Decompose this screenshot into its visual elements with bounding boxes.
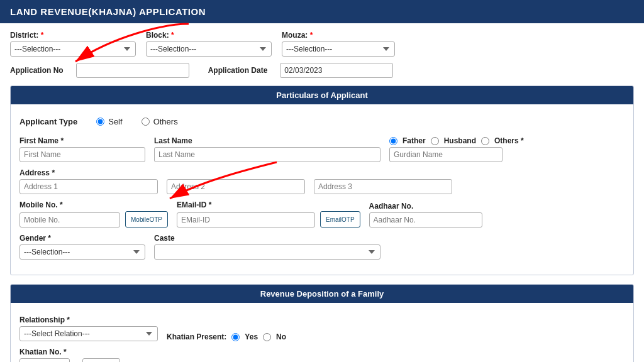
husband-radio[interactable] [431, 137, 439, 145]
mobile-input[interactable] [19, 212, 120, 228]
address3-input[interactable] [314, 179, 452, 194]
mobile-field-row: MobileOTP [19, 211, 168, 228]
khatian-no-input-row: / **Press tab [19, 358, 162, 362]
others2-label: Others * [494, 136, 524, 145]
khatian-no-input[interactable] [19, 358, 70, 362]
others2-radio[interactable] [481, 137, 489, 145]
firstname-input[interactable] [19, 147, 145, 162]
mouza-required: * [310, 31, 313, 40]
top-selection-row: District: * ---Selection--- Block: * ---… [10, 31, 634, 57]
relationship-col: Relationship * ---Select Relation--- [19, 315, 158, 341]
appno-input[interactable] [76, 63, 189, 78]
gender-label: Gender * [19, 234, 145, 243]
mobileotp-button[interactable]: MobileOTP [125, 211, 168, 228]
applicant-type-label: Applicant Type [19, 117, 77, 126]
khatian-no-label: No [276, 332, 286, 341]
address1-input[interactable] [19, 179, 158, 194]
caste-select[interactable] [154, 244, 380, 260]
appno-label: Application No [10, 66, 64, 75]
gender-select[interactable]: ---Selection--- [19, 244, 145, 260]
address3-spacer [314, 168, 452, 177]
guardian-group: Father Husband Others * [389, 136, 524, 145]
father-radio[interactable] [389, 137, 397, 145]
block-required: * [171, 31, 174, 40]
district-label: District: * [10, 31, 136, 40]
appdate-input[interactable] [280, 63, 393, 78]
caste-label: Caste [154, 234, 380, 243]
page-wrapper: LAND REVENUE(KHAJNA) APPLICATION Distric… [0, 0, 644, 362]
khatian-no-label-field: Khatian No. * [19, 348, 162, 356]
husband-label: Husband [444, 136, 476, 145]
applicant-type-row: Applicant Type Self Others [19, 117, 625, 126]
khatian-present-col: Khatian Present: Yes No [167, 322, 286, 341]
guardian-input[interactable] [389, 147, 502, 162]
block-select[interactable]: ---Selection--- [146, 41, 272, 57]
email-col: EMail-ID * EmailOTP [177, 200, 360, 228]
particulars-section: Particulars of Applicant Applicant Type … [10, 85, 634, 275]
address2-spacer [167, 168, 305, 177]
district-select[interactable]: ---Selection--- [10, 41, 136, 57]
district-group: District: * ---Selection--- [10, 31, 136, 57]
gender-caste-row: Gender * ---Selection--- Caste [19, 234, 625, 260]
caste-col: Caste [154, 234, 380, 260]
guardian-radios: Father Husband Others * [389, 136, 524, 145]
guardian-col: Father Husband Others * [389, 136, 524, 162]
gender-col: Gender * ---Selection--- [19, 234, 145, 260]
khatian-yes-label: Yes [245, 332, 258, 341]
mouza-select[interactable]: ---Selection--- [282, 41, 395, 57]
address2-col [167, 168, 305, 194]
self-radio-group: Self [96, 117, 122, 126]
mobile-label: Mobile No. * [19, 200, 168, 209]
khatian-no-row: Khatian No. * / **Press tab [19, 348, 625, 362]
others-radio-group: Others [142, 117, 178, 126]
appdate-label: Application Date [208, 66, 268, 75]
revenue-header: Revenue Deposition of a Family [11, 285, 633, 303]
app-no-row: Application No Application Date [10, 63, 634, 78]
lastname-input[interactable] [154, 147, 380, 162]
revenue-section: Revenue Deposition of a Family Relations… [10, 284, 634, 362]
father-label: Father [402, 136, 426, 145]
email-field-row: EmailOTP [177, 211, 360, 228]
khatian-yes-radio[interactable] [231, 333, 240, 341]
lastname-label: Last Name [154, 136, 380, 145]
block-label: Block: * [146, 31, 272, 40]
block-group: Block: * ---Selection--- [146, 31, 272, 57]
relationship-label: Relationship * [19, 315, 158, 324]
address2-input[interactable] [167, 179, 305, 194]
address-row: Address * [19, 168, 625, 194]
khatian-sub-input[interactable] [82, 358, 120, 362]
email-input[interactable] [177, 212, 315, 228]
emailotp-button[interactable]: EmailOTP [320, 211, 360, 228]
address1-col: Address * [19, 168, 158, 194]
address3-col [314, 168, 452, 194]
page-header: LAND REVENUE(KHAJNA) APPLICATION [0, 0, 644, 23]
email-label: EMail-ID * [177, 200, 360, 209]
self-label: Self [108, 117, 122, 126]
khatian-no-radio[interactable] [263, 333, 271, 341]
particulars-header: Particulars of Applicant [11, 86, 633, 104]
others-label: Others [153, 117, 178, 126]
self-radio[interactable] [96, 118, 104, 126]
aadhaar-label: Aadhaar No. [369, 202, 482, 211]
relationship-select[interactable]: ---Select Relation--- [19, 326, 158, 341]
mouza-label: Mouza: * [282, 31, 395, 40]
aadhaar-col: Aadhaar No. [369, 202, 482, 228]
khatian-present-spacer [167, 322, 286, 331]
revenue-form: Relationship * ---Select Relation--- Kha… [11, 309, 633, 362]
others-radio[interactable] [142, 118, 150, 126]
page-title: LAND REVENUE(KHAJNA) APPLICATION [10, 6, 206, 17]
firstname-col: First Name * [19, 136, 145, 162]
district-required: * [41, 31, 44, 40]
contact-row: Mobile No. * MobileOTP EMail-ID * [19, 200, 625, 228]
lastname-col: Last Name [154, 136, 380, 162]
mobile-col: Mobile No. * MobileOTP [19, 200, 168, 228]
name-row: First Name * Last Name Father [19, 136, 625, 162]
khatian-no-col: Khatian No. * / **Press tab [19, 348, 162, 362]
khatian-present-label: Khatian Present: [167, 332, 226, 341]
aadhaar-input[interactable] [369, 212, 482, 228]
khatian-present-row: Khatian Present: Yes No [167, 332, 286, 341]
particulars-form: Applicant Type Self Others First Name [11, 111, 633, 275]
main-content: District: * ---Selection--- Block: * ---… [0, 23, 644, 362]
revenue-row: Relationship * ---Select Relation--- Kha… [19, 315, 625, 341]
firstname-label: First Name * [19, 136, 145, 145]
